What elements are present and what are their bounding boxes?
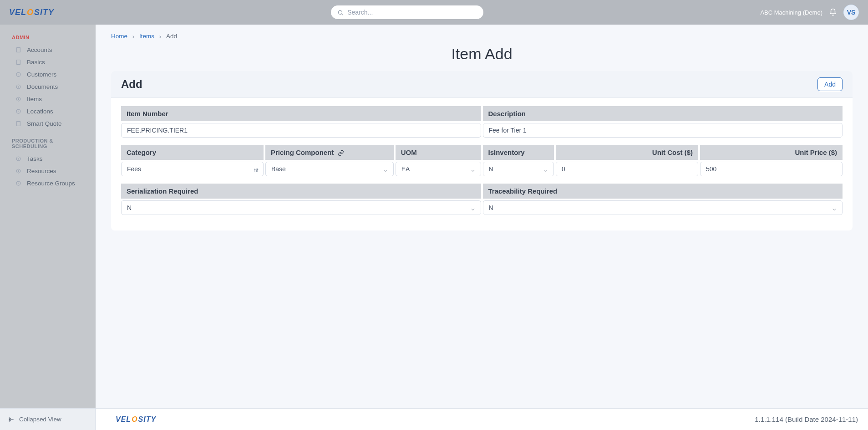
svg-rect-2 xyxy=(17,48,20,52)
footer: Collapsed View VELOSITY 1.1.1.114 (Build… xyxy=(0,408,868,430)
breadcrumb-items[interactable]: Items xyxy=(139,33,154,40)
sidebar-item-accounts[interactable]: Accounts xyxy=(0,44,96,56)
svg-point-8 xyxy=(16,85,20,89)
sidebar-item-label: Basics xyxy=(27,59,45,66)
svg-rect-14 xyxy=(17,122,20,126)
breadcrumb-current: Add xyxy=(166,33,177,40)
sidebar-item-customers[interactable]: Customers xyxy=(0,68,96,81)
svg-point-12 xyxy=(16,109,20,113)
card-title: Add xyxy=(121,78,142,91)
label-uom: UOM xyxy=(396,145,481,160)
unit-cost-input[interactable] xyxy=(556,162,698,176)
sidebar: ADMIN Accounts Basics Customers Document… xyxy=(0,25,96,408)
svg-point-7 xyxy=(18,74,19,75)
svg-point-13 xyxy=(18,111,19,112)
avatar[interactable]: VS xyxy=(843,5,859,20)
app-logo[interactable]: VELOSITY xyxy=(9,8,54,17)
label-unit-cost: Unit Cost ($) xyxy=(556,145,698,160)
is-inventory-select[interactable] xyxy=(483,162,554,176)
label-pricing-component: Pricing Component xyxy=(265,145,394,160)
svg-point-6 xyxy=(16,72,20,77)
svg-point-26 xyxy=(257,169,258,170)
breadcrumb-home[interactable]: Home xyxy=(111,33,127,40)
unit-price-input[interactable] xyxy=(700,162,843,176)
collapsed-view-label: Collapsed View xyxy=(19,416,61,423)
label-category: Category xyxy=(121,145,264,160)
sidebar-section-admin: ADMIN xyxy=(0,35,96,44)
sidebar-item-label: Resource Groups xyxy=(27,180,75,187)
target-icon xyxy=(15,156,21,162)
svg-point-0 xyxy=(339,10,342,14)
target-icon xyxy=(15,84,21,90)
category-input[interactable] xyxy=(121,162,264,176)
label-serialization-required: Serialization Required xyxy=(121,184,481,199)
sidebar-item-label: Items xyxy=(27,96,42,102)
sidebar-item-items[interactable]: Items xyxy=(0,93,96,105)
svg-point-20 xyxy=(18,183,19,184)
collapse-icon xyxy=(8,416,15,423)
target-icon xyxy=(15,168,21,174)
svg-point-11 xyxy=(18,98,19,99)
sidebar-item-resources[interactable]: Resources xyxy=(0,165,96,177)
sidebar-item-label: Accounts xyxy=(27,46,52,53)
label-is-inventory: IsInventory xyxy=(483,145,554,160)
adjust-icon[interactable] xyxy=(254,166,259,174)
sidebar-item-smart-quote[interactable]: Smart Quote xyxy=(0,118,96,130)
description-input[interactable] xyxy=(483,123,843,138)
traceability-required-select[interactable] xyxy=(483,200,843,215)
chevron-right-icon xyxy=(131,33,136,39)
sidebar-item-label: Smart Quote xyxy=(27,120,62,127)
sidebar-item-label: Locations xyxy=(27,108,53,115)
form-card: Add Add Item Number Description xyxy=(111,71,853,230)
sidebar-item-label: Tasks xyxy=(27,155,43,162)
target-icon xyxy=(15,180,21,186)
svg-point-17 xyxy=(16,169,20,173)
building-icon xyxy=(15,121,21,127)
svg-point-16 xyxy=(18,158,19,159)
svg-rect-5 xyxy=(17,60,20,65)
sidebar-item-tasks[interactable]: Tasks xyxy=(0,153,96,165)
svg-point-25 xyxy=(256,171,257,172)
breadcrumb: Home Items Add xyxy=(111,33,853,40)
target-icon xyxy=(15,96,21,102)
svg-point-9 xyxy=(18,86,19,87)
label-unit-price: Unit Price ($) xyxy=(700,145,843,160)
label-traceability-required: Traceability Required xyxy=(483,184,843,199)
link-icon xyxy=(338,148,344,156)
footer-logo: VELOSITY xyxy=(116,415,156,424)
svg-point-18 xyxy=(18,170,19,171)
uom-select[interactable] xyxy=(396,162,481,176)
sidebar-section-production: PRODUCTION & SCHEDULING xyxy=(0,130,96,153)
sidebar-item-documents[interactable]: Documents xyxy=(0,81,96,93)
sidebar-item-label: Documents xyxy=(27,83,58,90)
item-number-input[interactable] xyxy=(121,123,481,138)
org-name: ABC Machining (Demo) xyxy=(760,9,822,16)
svg-point-10 xyxy=(16,97,20,101)
svg-line-1 xyxy=(342,14,343,15)
add-button[interactable]: Add xyxy=(817,77,843,91)
search-icon xyxy=(337,9,344,16)
collapsed-view-toggle[interactable]: Collapsed View xyxy=(0,409,96,430)
serialization-required-select[interactable] xyxy=(121,200,481,215)
building-icon xyxy=(15,59,21,65)
sidebar-item-label: Resources xyxy=(27,168,56,174)
version-text: 1.1.1.114 (Build Date 2024-11-11) xyxy=(755,415,858,423)
label-description: Description xyxy=(483,106,843,121)
pricing-component-select[interactable] xyxy=(265,162,394,176)
target-icon xyxy=(15,72,21,77)
notification-bell-icon[interactable] xyxy=(829,8,837,16)
svg-point-24 xyxy=(254,169,255,170)
label-item-number: Item Number xyxy=(121,106,481,121)
svg-point-19 xyxy=(16,181,20,185)
sidebar-item-label: Customers xyxy=(27,71,56,78)
sidebar-item-basics[interactable]: Basics xyxy=(0,56,96,68)
sidebar-item-locations[interactable]: Locations xyxy=(0,105,96,118)
target-icon xyxy=(15,108,21,114)
search-input[interactable] xyxy=(331,5,483,19)
page-title: Item Add xyxy=(111,45,853,63)
main-content: Home Items Add Item Add Add Add Item Num… xyxy=(96,25,868,408)
topbar: VELOSITY ABC Machining (Demo) VS xyxy=(0,0,868,25)
building-icon xyxy=(15,47,21,53)
chevron-right-icon xyxy=(158,33,162,39)
sidebar-item-resource-groups[interactable]: Resource Groups xyxy=(0,177,96,189)
